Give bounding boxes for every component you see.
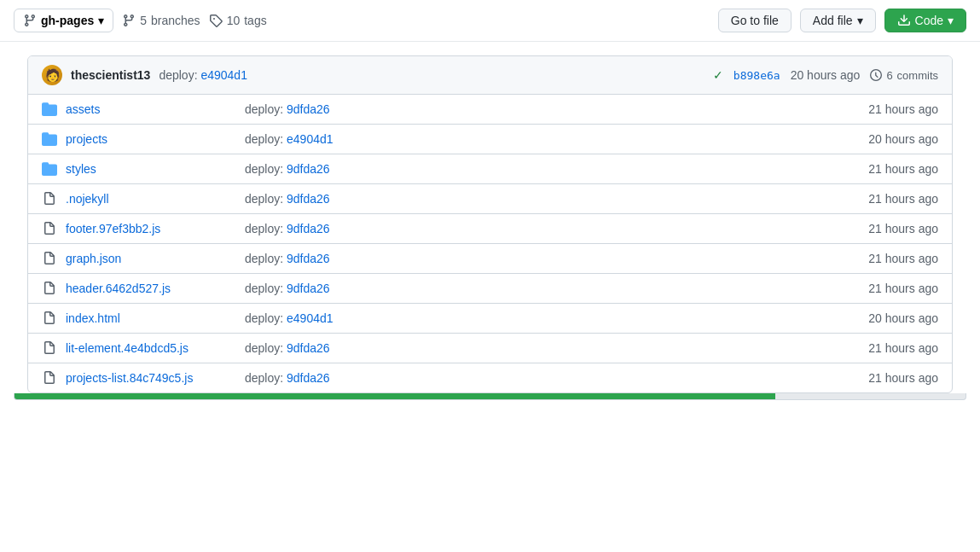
branch-dropdown-chevron: ▾ [98,14,104,27]
file-name[interactable]: projects-list.84c749c5.js [66,371,236,385]
file-icon [42,370,57,386]
file-name[interactable]: lit-element.4e4bdcd5.js [66,341,236,355]
file-icon [42,340,57,356]
commit-meta: ✓ b898e6a 20 hours ago 6 commits [713,68,938,82]
download-icon [897,14,911,27]
table-row: assetsdeploy: 9dfda2621 hours ago [28,95,952,125]
branches-link[interactable]: 5 branches [122,14,200,27]
file-name[interactable]: assets [66,102,236,116]
file-icon [42,221,57,236]
file-icon [42,281,57,296]
file-time: 20 hours ago [836,311,938,325]
commit-hash-link[interactable]: e4904d1 [200,68,247,82]
file-time: 21 hours ago [836,252,938,265]
check-status-icon: ✓ [713,68,723,82]
file-commit: deploy: 9dfda26 [245,371,827,385]
commit-header: 🧑 thescientist13 deploy: e4904d1 ✓ b898e… [28,56,952,95]
avatar: 🧑 [42,65,62,85]
file-time: 21 hours ago [836,371,938,385]
file-time: 21 hours ago [836,341,938,355]
commit-link[interactable]: 9dfda26 [287,282,330,295]
tags-count: 10 [227,14,241,27]
verified-hash[interactable]: b898e6a [734,69,780,82]
code-button[interactable]: Code ▾ [884,9,966,32]
file-time: 21 hours ago [836,282,938,295]
commit-link[interactable]: e4904d1 [287,132,333,146]
commit-time: 20 hours ago [791,68,861,82]
file-commit: deploy: 9dfda26 [245,222,827,235]
branches-count-icon [122,14,136,27]
commit-link[interactable]: 9dfda26 [287,222,330,235]
file-time: 20 hours ago [836,132,938,146]
branch-name: gh-pages [41,14,94,27]
file-name[interactable]: header.6462d527.js [66,282,236,295]
file-list: assetsdeploy: 9dfda2621 hours agoproject… [28,95,952,392]
file-time: 21 hours ago [836,192,938,206]
file-time: 21 hours ago [836,102,938,116]
file-icon [42,311,57,326]
bottom-bar [14,393,966,400]
file-name[interactable]: styles [66,162,236,176]
commits-link[interactable]: 6 commits [870,69,938,82]
commit-link[interactable]: 9dfda26 [287,102,330,116]
file-commit: deploy: e4904d1 [245,132,827,146]
folder-icon [42,102,57,117]
code-chevron: ▾ [948,14,954,27]
table-row: projects-list.84c749c5.jsdeploy: 9dfda26… [28,363,952,392]
file-time: 21 hours ago [836,162,938,176]
file-name[interactable]: index.html [66,311,236,325]
commit-link[interactable]: 9dfda26 [287,252,330,265]
clock-icon [870,69,882,81]
table-row: index.htmldeploy: e4904d120 hours ago [28,304,952,334]
branches-count: 5 [140,14,147,27]
go-to-file-button[interactable]: Go to file [718,9,792,32]
table-row: graph.jsondeploy: 9dfda2621 hours ago [28,244,952,274]
commit-link[interactable]: 9dfda26 [287,162,330,176]
tag-icon [209,14,223,27]
file-time: 21 hours ago [836,222,938,235]
branch-icon [23,14,37,27]
tags-label: tags [244,14,266,27]
file-icon [42,191,57,206]
folder-icon [42,161,57,177]
file-commit: deploy: 9dfda26 [245,162,827,176]
branches-label: branches [151,14,200,27]
file-commit: deploy: 9dfda26 [245,252,827,265]
file-commit: deploy: 9dfda26 [245,102,827,116]
top-bar: gh-pages ▾ 5 branches 10 tags Go to file… [0,0,980,42]
file-browser: 🧑 thescientist13 deploy: e4904d1 ✓ b898e… [27,55,953,393]
commit-author[interactable]: thescientist13 [71,68,150,82]
table-row: projectsdeploy: e4904d120 hours ago [28,125,952,154]
table-row: stylesdeploy: 9dfda2621 hours ago [28,154,952,184]
commit-message-prefix: deploy: e4904d1 [159,68,247,82]
table-row: .nojekylldeploy: 9dfda2621 hours ago [28,184,952,214]
table-row: footer.97ef3bb2.jsdeploy: 9dfda2621 hour… [28,214,952,244]
file-commit: deploy: e4904d1 [245,311,827,325]
file-name[interactable]: projects [66,132,236,146]
table-row: header.6462d527.jsdeploy: 9dfda2621 hour… [28,274,952,304]
file-commit: deploy: 9dfda26 [245,341,827,355]
file-name[interactable]: footer.97ef3bb2.js [66,222,236,235]
file-name[interactable]: .nojekyll [66,192,236,206]
commit-link[interactable]: e4904d1 [287,311,333,325]
commit-link[interactable]: 9dfda26 [287,371,330,385]
commit-link[interactable]: 9dfda26 [287,192,330,206]
branch-selector[interactable]: gh-pages ▾ [14,9,113,32]
file-name[interactable]: graph.json [66,252,236,265]
add-file-button[interactable]: Add file ▾ [800,9,876,32]
table-row: lit-element.4e4bdcd5.jsdeploy: 9dfda2621… [28,334,952,363]
commit-link[interactable]: 9dfda26 [287,341,330,355]
folder-icon [42,131,57,147]
file-icon [42,251,57,266]
file-commit: deploy: 9dfda26 [245,282,827,295]
add-file-chevron: ▾ [857,14,863,27]
file-commit: deploy: 9dfda26 [245,192,827,206]
tags-link[interactable]: 10 tags [209,14,267,27]
